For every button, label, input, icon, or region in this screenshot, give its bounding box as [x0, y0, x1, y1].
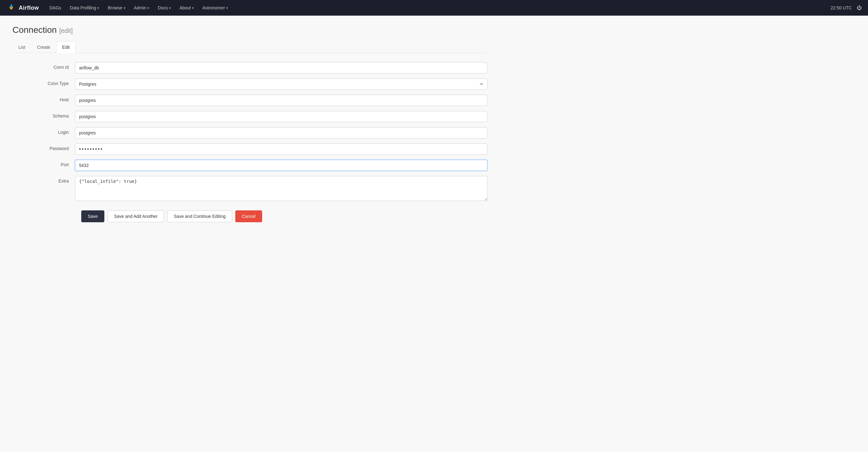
label-conn-type: Conn Type — [12, 79, 75, 86]
label-password: Password — [12, 144, 75, 151]
chevron-down-icon: ▾ — [192, 6, 194, 10]
chevron-down-icon: ▾ — [97, 6, 99, 10]
label-schema: Schema — [12, 111, 75, 118]
nav-about[interactable]: About ▾ — [175, 0, 198, 16]
nav-docs[interactable]: Docs ▾ — [153, 0, 175, 16]
form-row-extra: Extra {"local_infile": true} — [12, 176, 488, 201]
nav-data-profiling[interactable]: Data Profiling ▾ — [66, 0, 103, 16]
form-row-conn-type: Conn Type Postgres MySQL SQLite HTTP FTP — [12, 79, 488, 90]
brand-logo[interactable]: Airflow — [6, 3, 39, 13]
port-input[interactable] — [75, 160, 488, 171]
form-row-login: Login — [12, 127, 488, 139]
connection-form: Conn Id Conn Type Postgres MySQL SQLite … — [12, 62, 488, 222]
conn-type-select[interactable]: Postgres MySQL SQLite HTTP FTP — [75, 79, 488, 90]
nav-admin[interactable]: Admin ▾ — [130, 0, 154, 16]
chevron-down-icon: ▾ — [169, 6, 170, 10]
label-conn-id: Conn Id — [12, 62, 75, 70]
chevron-down-icon: ▾ — [226, 6, 228, 10]
form-row-port: Port — [12, 160, 488, 171]
navbar: Airflow DAGs Data Profiling ▾ Browse ▾ A… — [0, 0, 868, 16]
extra-input[interactable]: {"local_infile": true} — [75, 176, 488, 201]
login-input[interactable] — [75, 127, 488, 139]
save-button[interactable]: Save — [81, 210, 104, 222]
password-input[interactable] — [75, 144, 488, 155]
tab-list[interactable]: List — [12, 41, 31, 53]
label-login: Login — [12, 127, 75, 135]
chevron-down-icon: ▾ — [148, 6, 149, 10]
button-row: Save Save and Add Another Save and Conti… — [75, 210, 488, 222]
navbar-right: 22:50 UTC ⏻ — [831, 5, 862, 11]
time-display: 22:50 UTC — [831, 5, 852, 10]
form-row-schema: Schema — [12, 111, 488, 122]
form-row-conn-id: Conn Id — [12, 62, 488, 73]
edit-tag: [edit] — [59, 27, 72, 34]
save-add-button[interactable]: Save and Add Another — [107, 210, 164, 222]
label-host: Host — [12, 95, 75, 102]
label-port: Port — [12, 160, 75, 167]
nav-dags[interactable]: DAGs — [45, 0, 66, 16]
label-extra: Extra — [12, 176, 75, 183]
form-row-host: Host — [12, 95, 488, 106]
brand-name: Airflow — [19, 5, 39, 11]
power-icon[interactable]: ⏻ — [857, 5, 862, 11]
page-content: Connection [edit] List Create Edit Conn … — [0, 16, 500, 232]
conn-id-input[interactable] — [75, 62, 488, 73]
airflow-logo-icon — [6, 3, 16, 13]
nav-browse[interactable]: Browse ▾ — [103, 0, 130, 16]
host-input[interactable] — [75, 95, 488, 106]
page-title: Connection [edit] — [12, 25, 488, 35]
tabs: List Create Edit — [12, 41, 488, 53]
nav-astronomer[interactable]: Astronomer ▾ — [198, 0, 232, 16]
schema-input[interactable] — [75, 111, 488, 122]
chevron-down-icon: ▾ — [124, 6, 125, 10]
cancel-button[interactable]: Cancel — [235, 210, 262, 222]
form-row-password: Password — [12, 144, 488, 155]
tab-edit[interactable]: Edit — [56, 41, 75, 53]
save-continue-button[interactable]: Save and Continue Editing — [167, 210, 232, 222]
tab-create[interactable]: Create — [31, 41, 56, 53]
